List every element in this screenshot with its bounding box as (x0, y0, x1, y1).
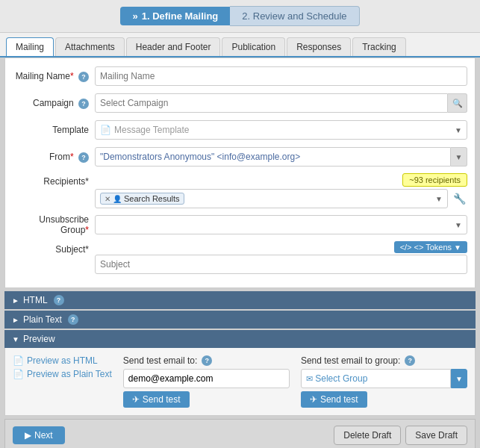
tokens-dropdown-arrow: ▼ (454, 243, 461, 252)
unsubscribe-select[interactable]: ▼ (95, 215, 467, 234)
html-section-header[interactable]: ► HTML ? (4, 291, 476, 309)
html-collapse-arrow: ► (12, 296, 19, 305)
send-test-help-icon[interactable]: ? (202, 355, 212, 366)
preview-collapse-arrow: ▼ (12, 335, 19, 343)
send-test-group-label: Send test email to group: ? (301, 355, 467, 366)
unsubscribe-label: UnsubscribeGroup* (13, 214, 95, 235)
campaign-row: Campaign ? 🔍 (13, 93, 467, 113)
plain-text-help-icon[interactable]: ? (68, 314, 78, 325)
mailing-name-row: Mailing Name* ? (13, 66, 467, 87)
template-select[interactable]: 📄 Message Template ▼ (95, 120, 467, 140)
template-dropdown-arrow: ▼ (455, 126, 462, 134)
group-dropdown-button[interactable]: ▼ (451, 369, 467, 388)
send-test-email-button[interactable]: ✈ Send test (123, 391, 190, 408)
html-help-icon[interactable]: ? (54, 295, 64, 305)
subject-label: Subject* (13, 241, 95, 255)
wizard-step-2-label: 2. Review and Schedule (242, 10, 346, 22)
wrench-icon: 🔧 (453, 193, 466, 205)
subject-row: Subject* </> <> Tokens ▼ (13, 241, 467, 274)
html-section-label: HTML (23, 295, 48, 305)
recipients-select: ✕ 👤 Search Results ▼ 🔧 (95, 189, 467, 208)
mailing-name-help-icon[interactable]: ? (78, 72, 89, 82)
mailing-name-label: Mailing Name* ? (13, 71, 95, 82)
group-dropdown-arrow: ▼ (455, 375, 463, 383)
tag-group-icon: 👤 (113, 195, 122, 203)
wizard-step-1[interactable]: 1. Define Mailing (120, 7, 230, 25)
recipients-header: ~93 recipients (95, 173, 467, 187)
unsubscribe-dropdown-arrow: ▼ (455, 221, 462, 229)
campaign-input[interactable] (95, 93, 448, 113)
preview-plain-link[interactable]: 📄 Preview as Plain Text (13, 369, 112, 379)
next-button[interactable]: ▶ Next (13, 426, 65, 444)
recipients-dropdown[interactable]: ✕ 👤 Search Results ▼ (95, 189, 448, 208)
tab-tracking[interactable]: Tracking (352, 37, 406, 56)
wizard-bar: 1. Define Mailing 2. Review and Schedule (0, 0, 480, 33)
send-test-group-button[interactable]: ✈ Send test (301, 391, 367, 408)
search-icon: 🔍 (452, 99, 463, 108)
delete-draft-button[interactable]: Delete Draft (334, 426, 401, 445)
tag-remove-icon[interactable]: ✕ (105, 195, 110, 203)
send-group-icon: ✈ (310, 394, 317, 405)
select-group-placeholder: Select Group (315, 373, 367, 384)
template-row: Template 📄 Message Template ▼ (13, 119, 467, 140)
recipients-tag: ✕ 👤 Search Results (100, 193, 184, 205)
from-dropdown-button[interactable]: ▼ (451, 147, 467, 167)
plain-text-section-label: Plain Text (23, 314, 62, 325)
recipients-settings-button[interactable]: 🔧 (451, 190, 467, 207)
wizard-step-1-label: 1. Define Mailing (142, 10, 219, 22)
envelope-icon: ✉ (306, 374, 313, 384)
tab-publication[interactable]: Publication (222, 37, 285, 56)
mailing-name-input[interactable] (95, 66, 467, 86)
campaign-field: 🔍 (95, 93, 467, 113)
tab-header-footer[interactable]: Header and Footer (126, 37, 221, 56)
campaign-help-icon[interactable]: ? (78, 99, 89, 109)
template-placeholder: Message Template (114, 125, 190, 135)
wizard-step-2[interactable]: 2. Review and Schedule (230, 6, 359, 26)
document-icon: 📄 (13, 369, 24, 379)
required-star: * (70, 71, 74, 81)
tokens-button[interactable]: </> <> Tokens ▼ (394, 241, 467, 253)
action-buttons: Delete Draft Save Draft (334, 426, 467, 445)
plain-text-collapse-arrow: ► (12, 316, 19, 324)
save-draft-button[interactable]: Save Draft (405, 426, 467, 445)
send-group-help-icon[interactable]: ? (405, 355, 415, 366)
recipients-dropdown-arrow: ▼ (435, 195, 443, 203)
monitor-icon: 📄 (13, 355, 24, 366)
preview-section-label: Preview (23, 334, 55, 344)
from-dropdown-arrow: ▼ (455, 153, 463, 161)
send-test-email-input[interactable] (123, 369, 290, 388)
from-field: "Demonstrators Anonymous" <info@example.… (95, 147, 467, 167)
tab-mailing[interactable]: Mailing (6, 37, 54, 56)
from-row: From* ? "Demonstrators Anonymous" <info@… (13, 146, 467, 167)
group-select: ✉ Select Group ▼ (301, 369, 467, 388)
send-icon: ✈ (132, 394, 140, 405)
campaign-search-button[interactable]: 🔍 (448, 93, 467, 113)
subject-input[interactable] (95, 255, 467, 274)
preview-html-link[interactable]: 📄 Preview as HTML (13, 355, 112, 366)
preview-section-header[interactable]: ▼ Preview (4, 330, 476, 348)
send-test-email-label: Send test email to: ? (123, 355, 290, 366)
send-test-email-section: Send test email to: ? ✈ Send test (123, 355, 290, 408)
campaign-label: Campaign ? (13, 98, 95, 109)
tokens-icon: </> (400, 243, 412, 252)
form-area: Mailing Name* ? Campaign ? 🔍 Template (4, 57, 476, 288)
preview-content: 📄 Preview as HTML 📄 Preview as Plain Tex… (4, 348, 476, 416)
group-input[interactable]: ✉ Select Group (301, 369, 451, 388)
unsubscribe-row: UnsubscribeGroup* ▼ (13, 214, 467, 235)
subject-content: </> <> Tokens ▼ (95, 241, 467, 274)
tab-responses[interactable]: Responses (287, 37, 351, 56)
tab-attachments[interactable]: Attachments (55, 37, 125, 56)
template-label: Template (13, 125, 95, 135)
next-arrow-icon: ▶ (25, 430, 31, 441)
recipients-label: Recipients* (13, 173, 95, 187)
tokens-label: <> Tokens (414, 243, 452, 252)
from-help-icon[interactable]: ? (78, 152, 89, 163)
from-value: "Demonstrators Anonymous" <info@example.… (95, 147, 451, 167)
template-icon: 📄 (100, 125, 111, 135)
tokens-bar: </> <> Tokens ▼ (95, 241, 467, 253)
bottom-bar: ▶ Next Delete Draft Save Draft (4, 419, 476, 448)
from-label: From* ? (13, 152, 95, 163)
tab-bar: Mailing Attachments Header and Footer Pu… (0, 33, 480, 57)
preview-links: 📄 Preview as HTML 📄 Preview as Plain Tex… (13, 355, 112, 379)
plain-text-section-header[interactable]: ► Plain Text ? (4, 311, 476, 329)
